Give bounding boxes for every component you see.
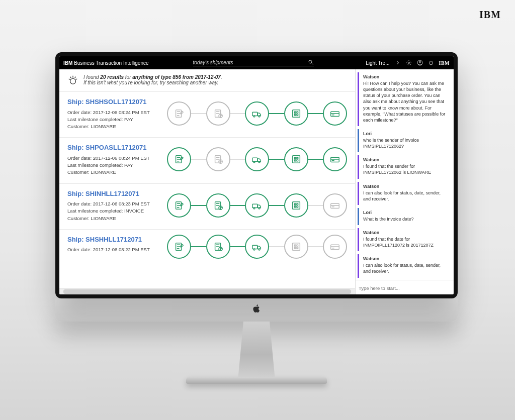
svg-rect-46 bbox=[252, 245, 258, 249]
watson-spark-icon bbox=[67, 74, 78, 85]
svg-rect-16 bbox=[294, 114, 296, 116]
chat-text: Hi! How can I help you? You can ask me q… bbox=[363, 80, 448, 123]
result-milestone: Last milestone completed: PAY bbox=[67, 162, 158, 169]
imac-mockup: IBM Business Transaction Intelligence Li… bbox=[55, 52, 458, 384]
pipeline-stage-0[interactable] bbox=[167, 193, 191, 218]
gear-icon[interactable] bbox=[406, 60, 412, 66]
result-customer: Customer: LIONWARE bbox=[67, 215, 158, 222]
pipeline-stage-4[interactable] bbox=[323, 147, 347, 171]
svg-rect-26 bbox=[294, 158, 296, 159]
results-list[interactable]: Ship: SHSHSOLL1712071Order date: 2017-12… bbox=[59, 91, 355, 266]
pipeline-stage-3[interactable] bbox=[284, 193, 308, 218]
svg-rect-37 bbox=[292, 201, 300, 209]
chat-text: I found that the sender for INMSIPLL1712… bbox=[363, 163, 448, 175]
pipeline-connector bbox=[191, 159, 206, 160]
svg-rect-50 bbox=[294, 245, 296, 246]
result-row[interactable]: Ship: SHSHHLL1712071Order date: 2017-12-… bbox=[59, 229, 355, 266]
svg-point-12 bbox=[259, 116, 260, 117]
chat-text: I can also look for status, date, sender… bbox=[363, 262, 448, 274]
result-title[interactable]: Ship: SHSHHLL1712071 bbox=[67, 235, 158, 245]
result-row[interactable]: Ship: SHSHSOLL1712071Order date: 2017-12… bbox=[59, 91, 355, 137]
chevron-right-icon[interactable] bbox=[395, 60, 401, 66]
chat-message-bot: WatsonI found that the date for INMPOIPL… bbox=[358, 228, 451, 251]
pipeline bbox=[167, 189, 347, 222]
theme-label[interactable]: Light Tre... bbox=[366, 60, 389, 66]
pipeline bbox=[167, 97, 347, 130]
chat-input[interactable] bbox=[359, 285, 451, 291]
pipeline-stage-2[interactable] bbox=[245, 235, 269, 259]
result-title[interactable]: Ship: SHPOASLL1712071 bbox=[67, 143, 158, 153]
svg-rect-34 bbox=[252, 204, 258, 207]
app-title-rest: Business Transaction Intelligence bbox=[72, 60, 148, 66]
results-pane: I found 20 results for anything of type … bbox=[59, 69, 356, 294]
pipeline-stage-0[interactable] bbox=[167, 235, 191, 259]
svg-line-1 bbox=[311, 63, 313, 65]
chat-sender: Watson bbox=[363, 230, 448, 235]
ibm-logo-watermark: IBM bbox=[479, 9, 501, 21]
svg-point-23 bbox=[253, 161, 255, 163]
chat-message-bot: WatsonHi! How can I help you? You can as… bbox=[358, 72, 451, 126]
pipeline-connector bbox=[191, 246, 206, 247]
pipeline-stage-4[interactable] bbox=[323, 193, 347, 218]
svg-rect-28 bbox=[294, 160, 296, 161]
svg-rect-49 bbox=[292, 243, 300, 250]
pipeline bbox=[167, 235, 347, 259]
svg-rect-15 bbox=[296, 112, 298, 113]
svg-point-5 bbox=[430, 62, 433, 65]
search-input[interactable] bbox=[193, 60, 305, 65]
results-summary-line1: I found 20 results for anything of type … bbox=[83, 74, 222, 80]
chat-scroll[interactable]: WatsonHi! How can I help you? You can as… bbox=[356, 69, 454, 280]
svg-rect-29 bbox=[296, 160, 298, 161]
svg-point-48 bbox=[259, 249, 260, 250]
user-icon[interactable] bbox=[417, 60, 423, 66]
search-icon[interactable] bbox=[308, 59, 314, 65]
pipeline-stage-3[interactable] bbox=[284, 101, 308, 126]
chat-message-user: Loriwho is the sender of invoice INMSIPL… bbox=[358, 129, 451, 152]
scrollbar-thumb[interactable] bbox=[63, 289, 351, 294]
result-row[interactable]: Ship: SHINHLL1712071Order date: 2017-12-… bbox=[59, 183, 355, 229]
pipeline-stage-2[interactable] bbox=[245, 101, 269, 126]
chat-message-bot: WatsonI can also look for status, date, … bbox=[358, 254, 451, 277]
svg-rect-54 bbox=[331, 245, 339, 249]
pipeline-stage-4[interactable] bbox=[323, 101, 347, 126]
pipeline-stage-1[interactable] bbox=[206, 193, 230, 218]
pipeline-connector bbox=[230, 205, 245, 206]
pipeline-stage-3[interactable] bbox=[284, 235, 308, 259]
result-row[interactable]: Ship: SHPOASLL1712071Order date: 2017-12… bbox=[59, 137, 355, 183]
chat-text: who is the sender of invoice INMSIPLL171… bbox=[363, 137, 448, 149]
app-title-prefix: IBM bbox=[63, 60, 72, 66]
result-title[interactable]: Ship: SHSHSOLL1712071 bbox=[67, 97, 158, 107]
pipeline-stage-1[interactable] bbox=[206, 101, 230, 126]
search-field-wrap[interactable] bbox=[193, 59, 314, 66]
chat-input-wrap bbox=[356, 280, 454, 294]
pipeline-stage-3[interactable] bbox=[284, 147, 308, 171]
svg-point-47 bbox=[253, 249, 255, 250]
pipeline-stage-1[interactable] bbox=[206, 147, 230, 171]
svg-rect-13 bbox=[292, 110, 300, 118]
svg-rect-41 bbox=[296, 206, 298, 207]
result-milestone: Last milestone completed: PAY bbox=[67, 116, 158, 123]
svg-rect-10 bbox=[252, 112, 258, 116]
horizontal-scrollbar[interactable] bbox=[59, 288, 355, 294]
svg-point-35 bbox=[253, 207, 255, 209]
svg-rect-40 bbox=[294, 206, 296, 207]
chat-sender: Watson bbox=[363, 157, 448, 162]
watson-spark-icon[interactable] bbox=[428, 60, 434, 66]
pipeline-stage-0[interactable] bbox=[167, 101, 191, 126]
pipeline-stage-0[interactable] bbox=[167, 147, 191, 171]
pipeline-stage-2[interactable] bbox=[245, 147, 269, 171]
svg-rect-25 bbox=[292, 156, 300, 163]
svg-rect-30 bbox=[331, 158, 339, 162]
pipeline-stage-2[interactable] bbox=[245, 193, 269, 218]
result-customer: Customer: LIONWARE bbox=[67, 169, 158, 176]
topbar: IBM Business Transaction Intelligence Li… bbox=[59, 56, 454, 69]
chat-message-bot: WatsonI found that the sender for INMSIP… bbox=[358, 155, 451, 178]
pipeline-connector bbox=[269, 246, 284, 247]
svg-rect-17 bbox=[296, 114, 298, 116]
pipeline-stage-4[interactable] bbox=[323, 235, 347, 259]
svg-point-36 bbox=[259, 207, 260, 209]
svg-rect-38 bbox=[294, 203, 296, 205]
app-viewport: IBM Business Transaction Intelligence Li… bbox=[59, 56, 454, 294]
result-title[interactable]: Ship: SHINHLL1712071 bbox=[67, 189, 158, 199]
pipeline-stage-1[interactable] bbox=[206, 235, 230, 259]
